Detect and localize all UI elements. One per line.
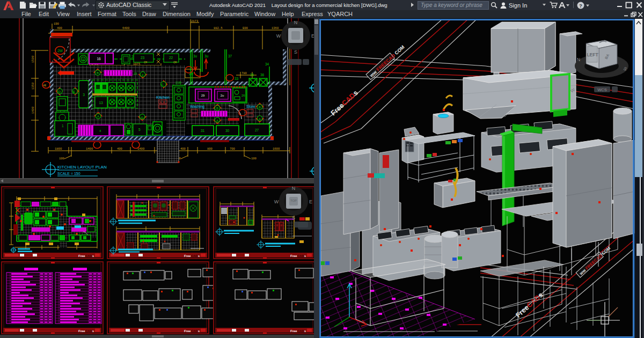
- svg-text:700: 700: [230, 147, 235, 151]
- svg-text:1800: 1800: [55, 147, 62, 151]
- svg-text:N: N: [577, 57, 580, 62]
- svg-text:Washing: Washing: [190, 105, 204, 109]
- svg-text:C: C: [162, 83, 164, 86]
- svg-text:A: A: [216, 119, 218, 122]
- svg-text:S: S: [294, 49, 297, 55]
- svg-text:13: 13: [99, 101, 103, 105]
- svg-text:36: 36: [260, 73, 265, 77]
- svg-text:100: 100: [59, 157, 64, 160]
- svg-text:31: 31: [201, 129, 205, 133]
- svg-text:34: 34: [265, 62, 269, 66]
- svg-text:5: 5: [138, 128, 141, 131]
- svg-text:3u: 3u: [193, 54, 197, 58]
- svg-text:1360: 1360: [272, 26, 279, 30]
- svg-text:Kitchen: Kitchen: [156, 95, 170, 100]
- svg-text:WCS: WCS: [597, 87, 607, 92]
- svg-text:3u: 3u: [204, 54, 209, 58]
- svg-text:?: ?: [579, 2, 582, 8]
- svg-text:S: S: [82, 58, 84, 61]
- svg-text:N: N: [292, 186, 296, 191]
- svg-text:100: 100: [251, 157, 257, 160]
- svg-text:27: 27: [255, 128, 259, 132]
- svg-text:CM: CM: [173, 61, 177, 64]
- svg-text:N: N: [294, 20, 298, 25]
- svg-text:2W: 2W: [57, 49, 63, 53]
- svg-text:6400: 6400: [122, 26, 129, 30]
- svg-text:1400: 1400: [86, 147, 93, 151]
- svg-text:G: G: [141, 116, 144, 119]
- svg-text:E B: E B: [160, 101, 165, 104]
- svg-text:1975: 1975: [133, 62, 140, 66]
- svg-text:1400: 1400: [31, 107, 35, 114]
- svg-text:22: 22: [169, 56, 173, 60]
- svg-text:A: A: [97, 115, 99, 118]
- svg-text:400: 400: [57, 26, 62, 30]
- svg-text:F: F: [142, 74, 144, 77]
- svg-text:B: B: [216, 107, 218, 110]
- svg-text:882.5: 882.5: [214, 26, 223, 30]
- svg-text:23: 23: [141, 56, 145, 60]
- svg-text:400: 400: [180, 147, 186, 151]
- svg-text:E00: E00: [243, 26, 248, 30]
- svg-text:1600: 1600: [273, 147, 280, 151]
- svg-text:400: 400: [117, 147, 122, 151]
- svg-text:1: 1: [62, 124, 64, 128]
- svg-text:21B: 21B: [175, 81, 181, 84]
- svg-text:800: 800: [207, 147, 213, 151]
- svg-text:780: 780: [241, 71, 247, 75]
- svg-text:2u: 2u: [221, 94, 224, 97]
- svg-text:37: 37: [228, 54, 232, 58]
- svg-text:LEFT: LEFT: [587, 52, 598, 57]
- svg-text:2173: 2173: [191, 19, 198, 23]
- svg-text:33: 33: [235, 77, 239, 80]
- svg-text:W: W: [274, 199, 279, 204]
- svg-text:16: 16: [97, 57, 101, 61]
- svg-text:D: D: [58, 90, 61, 93]
- svg-text:Store: Store: [246, 105, 255, 108]
- svg-text:1350: 1350: [31, 83, 35, 90]
- svg-text:TOP: TOP: [290, 199, 297, 202]
- svg-text:1500: 1500: [31, 56, 35, 63]
- svg-text:30: 30: [225, 129, 230, 133]
- svg-text:S: S: [292, 215, 295, 221]
- svg-text:B: B: [97, 71, 99, 75]
- svg-text:26: 26: [241, 94, 245, 97]
- svg-text:A: A: [259, 117, 261, 121]
- svg-text:E: E: [73, 90, 75, 93]
- svg-text:29: 29: [201, 94, 205, 97]
- svg-text:3: 3: [83, 93, 85, 97]
- svg-text:W: W: [276, 33, 281, 39]
- svg-text:35: 35: [250, 73, 254, 77]
- svg-text:190: 190: [54, 22, 59, 26]
- svg-text:4B: 4B: [43, 84, 46, 87]
- svg-text:CM: CM: [144, 61, 147, 64]
- svg-text:B: B: [259, 106, 261, 109]
- svg-text:19: 19: [134, 72, 137, 75]
- svg-text:KITCHEN LAYOUT PLAN: KITCHEN LAYOUT PLAN: [57, 165, 107, 170]
- svg-text:E: E: [309, 199, 312, 204]
- svg-text:SCALE = 150: SCALE = 150: [57, 172, 80, 175]
